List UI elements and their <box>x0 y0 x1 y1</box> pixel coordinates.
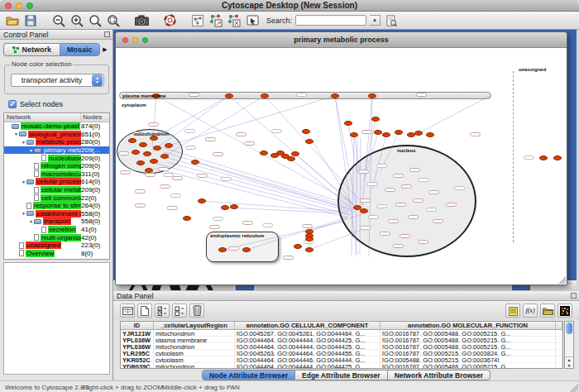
notepad-icon[interactable] <box>505 304 520 318</box>
tab-network[interactable]: Network <box>3 43 60 56</box>
open-file-icon[interactable] <box>5 13 20 28</box>
zoom-fit-icon[interactable] <box>106 13 121 28</box>
search-dropdown-icon[interactable]: ▼ <box>370 15 380 26</box>
graph-node[interactable] <box>139 142 147 147</box>
unselect-attributes-icon[interactable] <box>172 304 187 318</box>
graph-edge[interactable] <box>419 96 490 133</box>
expander-icon[interactable]: ▼ <box>28 148 34 153</box>
close-window-icon[interactable] <box>5 2 12 9</box>
tab-network-attribute-browser[interactable]: Network Attribute Browser <box>388 370 490 380</box>
graph-node[interactable] <box>260 151 268 155</box>
expander-icon[interactable]: ▼ <box>21 140 26 145</box>
graph-node[interactable] <box>165 143 173 148</box>
expander-icon[interactable]: ▼ <box>28 219 34 224</box>
graph-edge[interactable] <box>362 96 372 207</box>
graph-node[interactable] <box>218 247 227 252</box>
graph-node[interactable] <box>371 117 380 122</box>
tree-row[interactable]: cellular metabo209(0) <box>4 186 109 194</box>
graph-edge[interactable] <box>291 159 350 207</box>
tree-row[interactable]: nitrogen compo209(0) <box>4 162 109 170</box>
graph-edge[interactable] <box>167 162 355 213</box>
graph-edge[interactable] <box>335 96 356 203</box>
float-panel-icon[interactable] <box>571 293 577 299</box>
graph-node[interactable] <box>395 130 403 135</box>
layout-overlay-icon-1[interactable] <box>208 13 223 28</box>
graph-node[interactable] <box>305 237 313 241</box>
network-view-window[interactable]: primary metabolic process plasma membran… <box>115 31 567 285</box>
table-row[interactable]: YPL036W__1mitochondrion[GO:0044464, GO:0… <box>121 343 562 350</box>
help-ring-icon[interactable] <box>162 13 177 28</box>
window-resize-grip[interactable] <box>570 384 578 392</box>
function-builder-icon[interactable]: f(x) <box>523 304 538 318</box>
layout-overlay-icon-2[interactable] <box>227 13 242 28</box>
tab-node-attribute-browser[interactable]: Node Attribute Browser <box>202 370 295 380</box>
node-color-dropdown[interactable]: transporter activity ▲▼ <box>11 74 104 87</box>
network-canvas[interactable]: plasma membrane cytoplasm mitochondrion … <box>116 48 567 284</box>
heatmap-icon[interactable] <box>557 304 572 318</box>
graph-node[interactable] <box>150 159 158 164</box>
graph-node[interactable] <box>242 247 251 252</box>
tree-row[interactable]: ▼cellular process614(0) <box>4 178 109 186</box>
graph-node[interactable] <box>294 244 302 249</box>
zoom-network-window-icon[interactable] <box>142 37 148 43</box>
graph-node[interactable] <box>291 151 299 156</box>
tree-row[interactable]: ▼metabolic process280(0) <box>4 138 109 146</box>
tree-row[interactable]: cell communicat22(0) <box>4 194 109 202</box>
graph-edge[interactable] <box>360 137 361 255</box>
graph-node[interactable] <box>302 129 310 134</box>
scrollbar-thumb[interactable] <box>566 323 572 334</box>
tree-col-network[interactable]: Network <box>4 113 81 122</box>
graph-node[interactable] <box>539 155 548 160</box>
graph-edge[interactable] <box>372 135 386 189</box>
snapshot-icon[interactable] <box>134 13 149 28</box>
tree-row[interactable]: Overview8(0) <box>4 250 109 258</box>
graph-node[interactable] <box>128 138 136 143</box>
graph-node[interactable] <box>305 139 313 144</box>
tree-row[interactable]: ▼establishment of lo558(0) <box>4 210 109 218</box>
col-go-molecular-function[interactable]: annotation.GO MOLECULAR_FUNCTION <box>380 322 556 329</box>
graph-node[interactable] <box>132 150 140 155</box>
close-network-window-icon[interactable] <box>122 37 128 43</box>
graph-node[interactable] <box>136 160 145 165</box>
graph-node[interactable] <box>368 93 376 98</box>
new-attribute-icon[interactable] <box>137 304 152 318</box>
graph-node[interactable] <box>183 216 191 221</box>
attribute-table-icon[interactable] <box>120 304 135 318</box>
graph-node[interactable] <box>221 205 229 210</box>
minimize-window-icon[interactable] <box>16 2 22 9</box>
graph-edge[interactable] <box>161 147 352 205</box>
expander-icon[interactable]: ▼ <box>21 211 26 216</box>
delete-attribute-icon[interactable] <box>189 304 204 318</box>
minimize-network-window-icon[interactable] <box>132 37 138 43</box>
graph-node[interactable] <box>145 168 153 173</box>
tree-row[interactable]: response to stimulu264(0) <box>4 202 109 210</box>
tree-row[interactable]: mosaic-demo-yeast874(0) <box>4 122 109 131</box>
tree-row[interactable]: ▼biological_process651(0) <box>4 131 109 139</box>
graph-node[interactable] <box>350 132 358 137</box>
graph-edge[interactable] <box>335 96 357 255</box>
graph-node[interactable] <box>360 208 368 213</box>
graph-node[interactable] <box>261 93 269 98</box>
graph-node[interactable] <box>153 146 161 151</box>
zoom-window-icon[interactable] <box>26 2 33 9</box>
tree-row[interactable]: unassigned223(0) <box>4 241 109 250</box>
float-panel-icon[interactable] <box>104 31 110 37</box>
graph-edge[interactable] <box>165 96 265 155</box>
graph-node[interactable] <box>553 155 562 160</box>
tree-row[interactable]: nucleobase-209(0) <box>4 154 109 162</box>
zoom-out-icon[interactable] <box>51 13 66 28</box>
tree-row[interactable]: multi-organism pro42(0) <box>4 233 109 241</box>
graph-node[interactable] <box>191 160 199 165</box>
graph-node[interactable] <box>143 151 151 156</box>
graph-node[interactable] <box>198 198 206 203</box>
select-nodes-checkbox[interactable]: ✓ <box>8 100 17 108</box>
expander-icon[interactable]: ▼ <box>13 131 19 136</box>
zoom-selected-icon[interactable] <box>88 13 103 28</box>
birds-eye-view[interactable] <box>3 262 110 375</box>
configure-search-icon[interactable] <box>384 13 399 28</box>
graph-edge[interactable] <box>152 96 229 151</box>
search-input[interactable] <box>295 15 366 26</box>
graph-node[interactable] <box>225 93 233 98</box>
annotation-select-icon[interactable] <box>245 13 260 28</box>
tree-row[interactable]: ▼primary metabo209(... <box>4 146 109 155</box>
